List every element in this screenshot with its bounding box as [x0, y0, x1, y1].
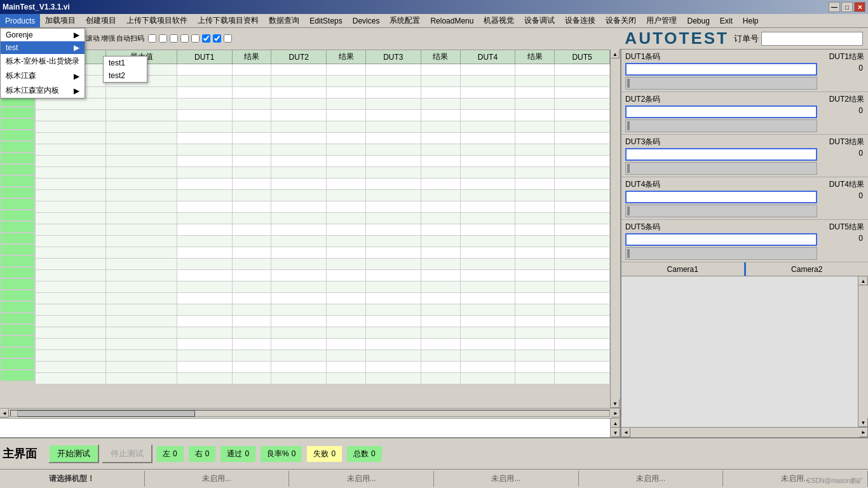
table-cell[interactable]: [555, 144, 610, 156]
close-button[interactable]: ✕: [854, 2, 865, 12]
table-cell[interactable]: [271, 270, 327, 281]
table-cell[interactable]: [366, 293, 421, 304]
camera1-tab[interactable]: Camera1: [621, 262, 744, 276]
menu-debug[interactable]: Debug: [682, 14, 714, 27]
dropdown-poplar-outdoor[interactable]: 栎木-室外板-出货烧录: [1, 54, 85, 69]
table-cell[interactable]: [232, 87, 271, 98]
table-cell[interactable]: [460, 259, 515, 270]
table-cell[interactable]: [555, 179, 610, 190]
table-cell[interactable]: [460, 98, 515, 110]
table-cell[interactable]: [232, 350, 271, 362]
table-cell[interactable]: [555, 87, 610, 98]
table-cell[interactable]: [106, 224, 177, 236]
table-cell[interactable]: [232, 316, 271, 327]
table-cell[interactable]: [36, 362, 106, 373]
menu-device-debug[interactable]: 设备调试: [519, 14, 560, 27]
table-cell[interactable]: [366, 270, 421, 281]
menu-upload-download-sw[interactable]: 上传下载项目软件: [121, 14, 193, 27]
table-cell[interactable]: [271, 236, 327, 247]
camera-scroll-up[interactable]: ▲: [858, 276, 868, 285]
dut4-barcode-input[interactable]: [625, 191, 817, 203]
table-cell[interactable]: [327, 110, 366, 121]
table-cell[interactable]: [106, 327, 177, 339]
dut1-barcode-input[interactable]: [625, 63, 817, 76]
table-cell[interactable]: [106, 350, 177, 362]
scroll-up-btn[interactable]: ▲: [611, 50, 620, 58]
table-cell[interactable]: [460, 201, 515, 213]
table-cell[interactable]: [366, 167, 421, 179]
table-cell[interactable]: [421, 373, 460, 384]
table-cell[interactable]: [555, 327, 610, 339]
table-cell[interactable]: [460, 76, 515, 87]
table-cell[interactable]: [271, 362, 327, 373]
table-cell[interactable]: [421, 213, 460, 224]
table-cell[interactable]: [36, 201, 106, 213]
table-cell[interactable]: [515, 76, 555, 87]
table-cell[interactable]: [271, 190, 327, 201]
table-cell[interactable]: [460, 179, 515, 190]
table-cell[interactable]: [515, 144, 555, 156]
table-cell[interactable]: [515, 133, 555, 144]
table-cell[interactable]: [515, 213, 555, 224]
table-cell[interactable]: [327, 144, 366, 156]
table-cell[interactable]: [366, 224, 421, 236]
table-cell[interactable]: [271, 293, 327, 304]
table-cell[interactable]: [421, 76, 460, 87]
table-cell[interactable]: [177, 362, 232, 373]
table-cell[interactable]: [515, 350, 555, 362]
start-test-button[interactable]: 开始测试: [48, 444, 99, 463]
autotest-order-input[interactable]: [761, 32, 863, 46]
table-cell[interactable]: [327, 167, 366, 179]
table-cell[interactable]: [232, 121, 271, 133]
table-cell[interactable]: [36, 98, 106, 110]
table-cell[interactable]: [366, 236, 421, 247]
table-cell[interactable]: [177, 201, 232, 213]
table-cell[interactable]: [36, 327, 106, 339]
table-cell[interactable]: [366, 327, 421, 339]
table-cell[interactable]: [555, 121, 610, 133]
table-cell[interactable]: [421, 179, 460, 190]
table-cell[interactable]: [232, 76, 271, 87]
table-cell[interactable]: [177, 247, 232, 259]
table-cell[interactable]: [555, 236, 610, 247]
table-cell[interactable]: [106, 98, 177, 110]
table-cell[interactable]: [366, 350, 421, 362]
table-cell[interactable]: [36, 259, 106, 270]
table-cell[interactable]: [177, 281, 232, 293]
table-cell[interactable]: [460, 236, 515, 247]
table-cell[interactable]: [366, 110, 421, 121]
table-cell[interactable]: [460, 121, 515, 133]
table-cell[interactable]: [460, 327, 515, 339]
camera-scroll-down[interactable]: ▼: [858, 418, 868, 427]
table-cell[interactable]: [177, 270, 232, 281]
table-cell[interactable]: [271, 224, 327, 236]
table-cell[interactable]: [106, 373, 177, 384]
table-cell[interactable]: [232, 167, 271, 179]
table-cell[interactable]: [421, 121, 460, 133]
table-cell[interactable]: [232, 373, 271, 384]
table-cell[interactable]: [177, 213, 232, 224]
text-scroll-up[interactable]: ▲: [611, 419, 620, 428]
table-cell[interactable]: [327, 362, 366, 373]
table-cell[interactable]: [327, 179, 366, 190]
table-cell[interactable]: [106, 156, 177, 167]
menu-exit[interactable]: Exit: [715, 14, 738, 27]
table-cell[interactable]: [327, 327, 366, 339]
table-cell[interactable]: [515, 98, 555, 110]
table-cell[interactable]: [177, 87, 232, 98]
table-cell[interactable]: [327, 270, 366, 281]
table-cell[interactable]: [271, 156, 327, 167]
table-cell[interactable]: [555, 190, 610, 201]
table-cell[interactable]: [106, 144, 177, 156]
table-cell[interactable]: [555, 247, 610, 259]
table-cell[interactable]: [366, 179, 421, 190]
table-cell[interactable]: [366, 76, 421, 87]
table-cell[interactable]: [421, 316, 460, 327]
table-cell[interactable]: [177, 133, 232, 144]
table-cell[interactable]: [555, 259, 610, 270]
enhance-checkbox[interactable]: [213, 34, 221, 43]
table-cell[interactable]: [271, 64, 327, 76]
table-cell[interactable]: [232, 110, 271, 121]
table-cell[interactable]: [271, 213, 327, 224]
table-cell[interactable]: [327, 133, 366, 144]
